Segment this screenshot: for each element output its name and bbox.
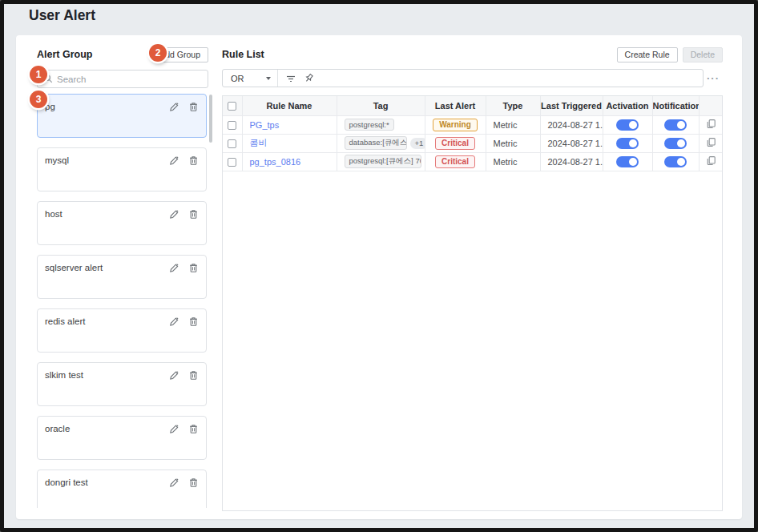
- rule-name-link[interactable]: 콤비: [250, 138, 268, 147]
- edit-group-icon[interactable]: [169, 155, 179, 166]
- last-alert-cell: Warning: [425, 115, 486, 134]
- group-item-pg[interactable]: pg: [37, 94, 207, 138]
- delete-rule-button[interactable]: Delete: [683, 47, 723, 62]
- row-select-cell: [223, 134, 242, 152]
- edit-group-icon[interactable]: [169, 370, 179, 381]
- edit-group-icon[interactable]: [169, 209, 179, 220]
- rule-name-link[interactable]: PG_tps: [250, 120, 280, 130]
- delete-group-icon[interactable]: [188, 424, 199, 434]
- row-checkbox[interactable]: [228, 158, 236, 167]
- activation-cell: [603, 115, 652, 134]
- col-tag: Tag: [337, 96, 425, 115]
- activation-toggle[interactable]: [616, 138, 639, 149]
- edit-group-icon[interactable]: [169, 424, 179, 434]
- group-item-oracle[interactable]: oracle: [37, 416, 207, 460]
- activation-cell: [603, 134, 652, 152]
- rule-name-cell: PG_tps: [242, 115, 337, 134]
- filter-row: OR ···: [222, 69, 723, 87]
- group-item-mysql[interactable]: mysql: [37, 147, 207, 191]
- notification-toggle[interactable]: [664, 119, 687, 131]
- activation-toggle[interactable]: [616, 119, 639, 131]
- tag-cell: postgresql:[큐에스] 70 pg...: [337, 152, 425, 171]
- rule-table-container: Rule Name Tag Last Alert Type Last Trigg…: [222, 95, 723, 511]
- severity-badge: Critical: [435, 137, 475, 150]
- severity-badge: Warning: [433, 119, 478, 131]
- severity-badge: Critical: [435, 155, 475, 168]
- divider: [277, 70, 278, 87]
- group-item-sqlserver-alert[interactable]: sqlserver alert: [37, 255, 207, 299]
- last-triggered-cell: 2024-08-27 1...: [540, 134, 603, 152]
- create-rule-button[interactable]: Create Rule: [617, 47, 678, 62]
- group-list-scrollbar[interactable]: [209, 95, 212, 143]
- edit-group-icon[interactable]: [169, 102, 179, 112]
- notification-toggle[interactable]: [664, 138, 687, 149]
- rule-list-header: Rule List Create Rule Delete: [222, 46, 723, 62]
- pin-icon[interactable]: [304, 73, 315, 84]
- user-alert-screen: User Alert Alert Group Add Group pg: [0, 0, 758, 532]
- duplicate-rule-icon[interactable]: [706, 137, 716, 147]
- edit-group-icon[interactable]: [169, 316, 179, 327]
- select-all-checkbox[interactable]: [228, 102, 236, 111]
- alert-group-title: Alert Group: [37, 49, 92, 60]
- notification-toggle[interactable]: [664, 156, 687, 167]
- row-checkbox[interactable]: [228, 121, 236, 130]
- delete-group-icon[interactable]: [188, 478, 199, 488]
- group-search-input[interactable]: [57, 75, 202, 84]
- row-select-cell: [223, 115, 242, 134]
- more-options-icon[interactable]: ···: [704, 72, 723, 84]
- extra-tag-count: +1: [410, 138, 425, 149]
- delete-group-icon[interactable]: [188, 102, 199, 112]
- select-all-cell: [223, 96, 242, 115]
- page-title: User Alert: [29, 7, 95, 24]
- row-select-cell: [223, 152, 242, 171]
- group-name: host: [45, 209, 62, 219]
- group-name: dongri test: [45, 478, 88, 487]
- group-list: pg mysql host: [37, 94, 212, 508]
- group-item-slkim-test[interactable]: slkim test: [37, 362, 207, 406]
- group-search-box[interactable]: [37, 70, 208, 88]
- activation-cell: [603, 152, 652, 171]
- col-notification: Notification: [652, 96, 699, 115]
- edit-group-icon[interactable]: [169, 263, 179, 273]
- filter-icon[interactable]: [285, 73, 296, 84]
- group-item-dongri-test[interactable]: dongri test: [37, 470, 207, 508]
- type-cell: Metric: [486, 134, 540, 152]
- activation-toggle[interactable]: [616, 156, 639, 167]
- type-cell: Metric: [486, 115, 540, 134]
- alert-group-header: Alert Group Add Group: [37, 46, 208, 62]
- duplicate-rule-icon[interactable]: [706, 155, 716, 166]
- actions-cell: [699, 134, 723, 152]
- tag-chip: postgresql:*: [345, 119, 394, 131]
- table-row: pg_tps_0816 postgresql:[큐에스] 70 pg... Cr…: [223, 152, 723, 171]
- edit-group-icon[interactable]: [169, 478, 179, 488]
- operator-select[interactable]: OR: [223, 70, 277, 87]
- col-rule-name: Rule Name: [242, 96, 337, 115]
- notification-cell: [652, 115, 699, 134]
- callout-badge-1: 1: [30, 66, 47, 83]
- delete-group-icon[interactable]: [188, 209, 199, 220]
- duplicate-rule-icon[interactable]: [706, 119, 716, 129]
- delete-group-icon[interactable]: [188, 370, 199, 381]
- tag-cell: postgresql:*: [337, 115, 425, 134]
- delete-group-icon[interactable]: [188, 263, 199, 273]
- group-name: redis alert: [45, 316, 86, 326]
- group-name: pg: [45, 102, 55, 111]
- rule-table: Rule Name Tag Last Alert Type Last Trigg…: [223, 96, 723, 171]
- alert-group-panel: Alert Group Add Group pg my: [37, 46, 212, 508]
- callout-badge-2: 2: [149, 44, 167, 62]
- col-activation: Activation: [603, 96, 652, 115]
- rule-list-panel: Rule List Create Rule Delete OR: [222, 46, 723, 511]
- delete-group-icon[interactable]: [188, 316, 199, 327]
- row-checkbox[interactable]: [228, 139, 236, 148]
- delete-group-icon[interactable]: [188, 155, 199, 166]
- actions-cell: [699, 152, 723, 171]
- rule-name-link[interactable]: pg_tps_0816: [250, 157, 301, 167]
- group-item-host[interactable]: host: [37, 201, 207, 245]
- last-triggered-cell: 2024-08-27 1...: [540, 152, 603, 171]
- operator-value: OR: [231, 74, 244, 83]
- group-item-redis-alert[interactable]: redis alert: [37, 308, 207, 353]
- notification-cell: [652, 152, 699, 171]
- callout-badge-3: 3: [30, 91, 47, 108]
- type-cell: Metric: [486, 152, 540, 171]
- last-alert-cell: Critical: [425, 134, 486, 152]
